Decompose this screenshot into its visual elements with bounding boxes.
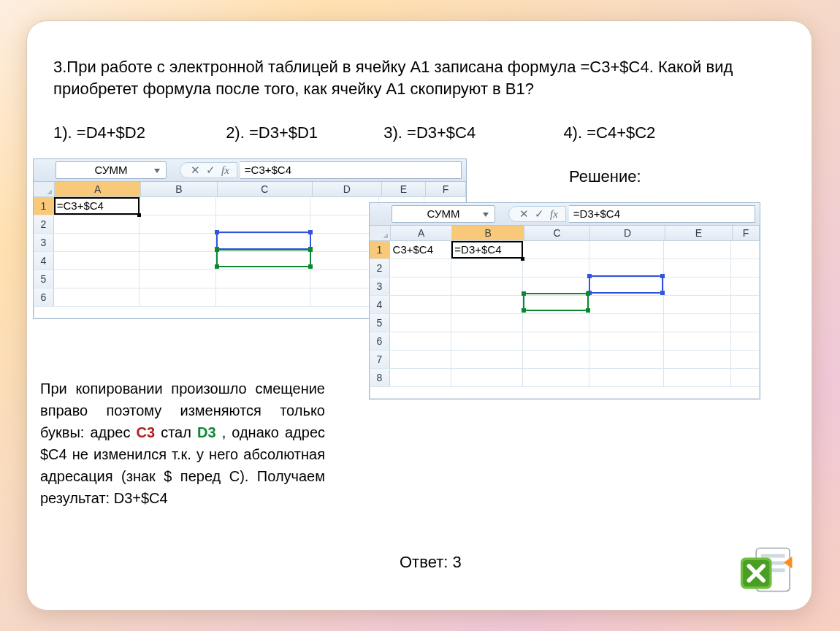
answer-text: Ответ: 3 bbox=[400, 553, 462, 572]
name-box[interactable]: СУММ bbox=[56, 161, 167, 179]
grid: A B C D E F 1 C3+$C4 =D3+$C4 2 3 bbox=[370, 226, 760, 387]
row-6[interactable]: 6 bbox=[370, 332, 390, 350]
col-C[interactable]: C bbox=[218, 182, 313, 196]
excel-logo-icon bbox=[737, 540, 797, 600]
row-1[interactable]: 1 bbox=[34, 197, 54, 215]
col-F[interactable]: F bbox=[426, 182, 466, 196]
solution-heading: Решение: bbox=[569, 167, 641, 186]
col-A[interactable]: A bbox=[391, 226, 453, 240]
select-all-corner[interactable] bbox=[34, 182, 55, 196]
enter-icon[interactable]: ✓ bbox=[206, 164, 215, 177]
row-6[interactable]: 6 bbox=[34, 288, 54, 306]
row-3[interactable]: 3 bbox=[370, 278, 390, 295]
col-E[interactable]: E bbox=[382, 182, 427, 196]
ref-D3 bbox=[589, 275, 663, 294]
cell-B1[interactable] bbox=[140, 197, 215, 215]
old-ref: С3 bbox=[137, 424, 156, 440]
enter-icon[interactable]: ✓ bbox=[535, 207, 544, 221]
ref-C4 bbox=[523, 293, 589, 311]
cell-C1[interactable] bbox=[216, 197, 310, 215]
row-8[interactable]: 8 bbox=[370, 369, 390, 386]
explanation-text: При копировании произошло смещение вправ… bbox=[40, 378, 325, 509]
row-5[interactable]: 5 bbox=[370, 314, 390, 332]
cancel-icon[interactable]: ✕ bbox=[191, 164, 200, 177]
formula-bar: СУММ ✕ ✓ fx =D3+$C4 bbox=[370, 203, 760, 226]
name-box[interactable]: СУММ bbox=[392, 205, 495, 223]
col-B[interactable]: B bbox=[141, 182, 217, 196]
answer-options: 1). =D4+$D2 2). =D3+$D1 3). =D3+$C4 4). … bbox=[53, 123, 769, 142]
col-E[interactable]: E bbox=[665, 226, 733, 240]
row-4[interactable]: 4 bbox=[370, 296, 390, 313]
row-2[interactable]: 2 bbox=[34, 215, 54, 233]
fx-buttons: ✕ ✓ fx bbox=[180, 162, 237, 178]
row-5[interactable]: 5 bbox=[34, 270, 54, 288]
slide-card: 3.При работе с электронной таблицей в яч… bbox=[26, 20, 812, 611]
cell-A1[interactable]: =C3+$C4 bbox=[54, 197, 140, 215]
option-4: 4). =C4+$C2 bbox=[563, 123, 655, 142]
formula-input[interactable]: =D3+$C4 bbox=[569, 205, 755, 223]
ref-C3 bbox=[216, 232, 311, 250]
row-1[interactable]: 1 bbox=[370, 241, 390, 259]
row-4[interactable]: 4 bbox=[34, 252, 54, 269]
row-7[interactable]: 7 bbox=[370, 351, 390, 368]
col-B[interactable]: B bbox=[452, 226, 524, 240]
cancel-icon[interactable]: ✕ bbox=[519, 207, 529, 221]
col-F[interactable]: F bbox=[733, 226, 760, 240]
question-text: 3.При работе с электронной таблицей в яч… bbox=[53, 56, 769, 99]
cell-B1[interactable]: =D3+$C4 bbox=[451, 241, 523, 259]
fx-icon[interactable]: fx bbox=[550, 208, 558, 221]
option-1: 1). =D4+$D2 bbox=[53, 123, 221, 142]
col-A[interactable]: A bbox=[55, 182, 141, 196]
fx-icon[interactable]: fx bbox=[221, 164, 229, 177]
row-2[interactable]: 2 bbox=[370, 259, 390, 277]
row-3[interactable]: 3 bbox=[34, 234, 54, 251]
svg-rect-1 bbox=[761, 554, 785, 558]
formula-input[interactable]: =C3+$C4 bbox=[240, 161, 462, 179]
fx-buttons: ✕ ✓ fx bbox=[508, 206, 566, 222]
cell-A1[interactable]: C3+$C4 bbox=[390, 241, 452, 259]
col-C[interactable]: C bbox=[524, 226, 590, 240]
col-D[interactable]: D bbox=[590, 226, 665, 240]
option-2: 2). =D3+$D1 bbox=[226, 123, 379, 142]
excel-figure-2: СУММ ✕ ✓ fx =D3+$C4 A B C D E F bbox=[369, 202, 760, 399]
ref-C4 bbox=[216, 249, 311, 267]
new-ref: D3 bbox=[197, 424, 216, 440]
formula-bar: СУММ ✕ ✓ fx =C3+$C4 bbox=[34, 159, 466, 182]
col-D[interactable]: D bbox=[313, 182, 382, 196]
option-3: 3). =D3+$C4 bbox=[383, 123, 559, 142]
select-all-corner[interactable] bbox=[370, 226, 391, 240]
